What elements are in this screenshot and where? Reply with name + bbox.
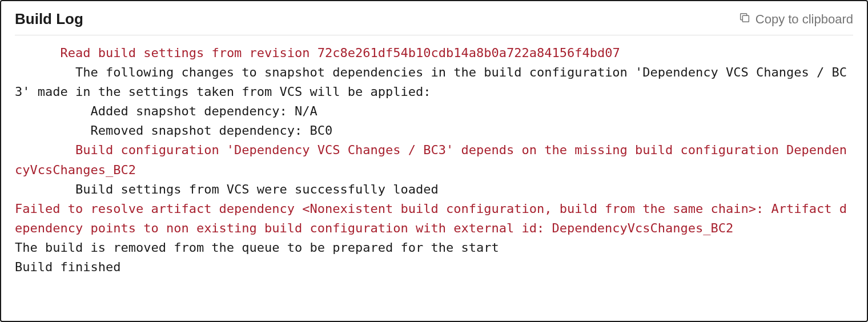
log-line: Added snapshot dependency: N/A <box>15 102 853 121</box>
copy-to-clipboard-button[interactable]: Copy to clipboard <box>738 11 853 27</box>
panel-title: Build Log <box>15 10 83 28</box>
log-line: Build settings from VCS were successfull… <box>15 180 853 199</box>
log-line: Removed snapshot dependency: BC0 <box>15 121 853 140</box>
copy-label: Copy to clipboard <box>756 12 853 27</box>
copy-icon <box>738 11 751 27</box>
log-line: The following changes to snapshot depend… <box>15 63 853 102</box>
log-content: Read build settings from revision 72c8e2… <box>15 43 853 277</box>
log-line: Read build settings from revision 72c8e2… <box>15 43 853 63</box>
log-line: Failed to resolve artifact dependency <N… <box>15 199 853 238</box>
panel-header: Build Log Copy to clipboard <box>15 10 853 35</box>
log-line: Build configuration 'Dependency VCS Chan… <box>15 140 853 179</box>
log-line: Build finished <box>15 257 853 277</box>
log-line: The build is removed from the queue to b… <box>15 238 853 257</box>
build-log-panel: Build Log Copy to clipboard Read build s… <box>0 0 868 322</box>
svg-rect-0 <box>742 15 749 22</box>
